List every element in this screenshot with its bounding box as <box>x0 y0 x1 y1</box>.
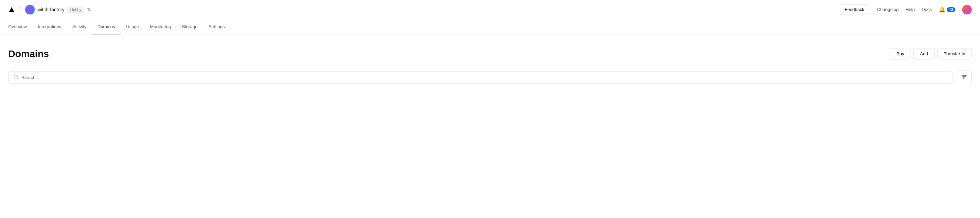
project-avatar[interactable] <box>25 5 35 14</box>
buy-button[interactable]: Buy <box>890 48 910 59</box>
help-link[interactable]: Help <box>905 7 915 12</box>
tab-overview[interactable]: Overview <box>8 19 32 34</box>
search-icon <box>13 74 19 80</box>
tab-monitoring[interactable]: Monitoring <box>145 19 177 34</box>
top-bar-left: / witch-factory Hobby ⇅ <box>8 5 91 14</box>
search-wrapper[interactable] <box>8 71 953 84</box>
top-bar-right: Feedback Changelog Help Docs 🔔 13 <box>839 5 972 14</box>
svg-marker-0 <box>9 7 14 12</box>
page-title: Domains <box>8 48 49 59</box>
tab-usage[interactable]: Usage <box>121 19 145 34</box>
tab-storage[interactable]: Storage <box>177 19 203 34</box>
svg-point-6 <box>963 75 964 76</box>
search-input[interactable] <box>21 75 947 80</box>
tab-settings[interactable]: Settings <box>203 19 230 34</box>
bell-icon: 🔔 <box>939 6 946 13</box>
project-switcher-icon[interactable]: ⇅ <box>87 7 91 13</box>
page-header: Domains Buy Add Transfer In <box>8 48 972 59</box>
filter-icon <box>961 73 967 81</box>
search-section <box>8 70 972 84</box>
vercel-logo[interactable] <box>8 6 15 13</box>
project-name[interactable]: witch-factory <box>38 7 65 13</box>
svg-point-8 <box>964 78 964 79</box>
notifications-bell[interactable]: 🔔 13 <box>939 6 955 13</box>
filter-button[interactable] <box>957 70 972 84</box>
tab-integrations[interactable]: Integrations <box>32 19 67 34</box>
docs-link[interactable]: Docs <box>921 7 932 12</box>
breadcrumb-separator: / <box>19 6 21 13</box>
feedback-button[interactable]: Feedback <box>839 5 870 14</box>
top-bar: / witch-factory Hobby ⇅ Feedback Changel… <box>0 0 980 19</box>
tab-domains[interactable]: Domains <box>92 19 120 34</box>
header-actions: Buy Add Transfer In <box>890 48 972 59</box>
tab-activity[interactable]: Activity <box>67 19 92 34</box>
main-content: Domains Buy Add Transfer In <box>0 34 980 98</box>
svg-line-2 <box>17 78 19 80</box>
add-button[interactable]: Add <box>913 48 934 59</box>
transfer-in-button[interactable]: Transfer In <box>937 48 972 59</box>
svg-point-7 <box>964 76 966 77</box>
plan-badge: Hobby <box>67 6 84 13</box>
sub-nav: Overview Integrations Activity Domains U… <box>0 19 980 34</box>
changelog-link[interactable]: Changelog <box>877 7 899 12</box>
notification-count: 13 <box>947 7 955 12</box>
user-avatar[interactable] <box>962 5 972 14</box>
